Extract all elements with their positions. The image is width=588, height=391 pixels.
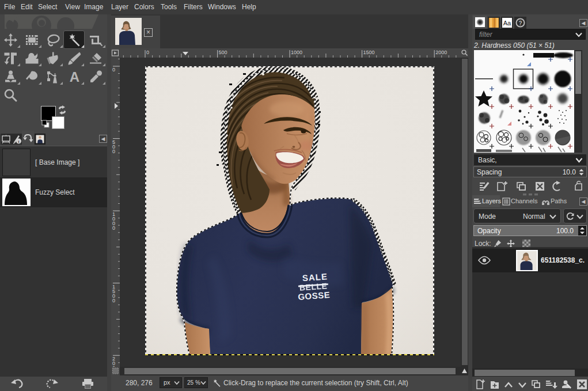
svg-text:0: 0 (112, 67, 115, 73)
svg-text:0: 0 (112, 298, 115, 303)
svg-text:1500: 1500 (363, 50, 375, 55)
svg-text:1000: 1000 (291, 50, 302, 55)
svg-text:2000: 2000 (435, 50, 447, 55)
svg-text:i: i (18, 139, 20, 144)
svg-text:0: 0 (112, 149, 115, 154)
svg-text:0: 0 (146, 50, 149, 55)
svg-text:A: A (70, 70, 79, 84)
svg-text:?: ? (518, 20, 522, 26)
svg-text:500: 500 (219, 50, 227, 55)
svg-text:Aa: Aa (503, 20, 511, 26)
svg-text:0: 0 (112, 225, 115, 231)
